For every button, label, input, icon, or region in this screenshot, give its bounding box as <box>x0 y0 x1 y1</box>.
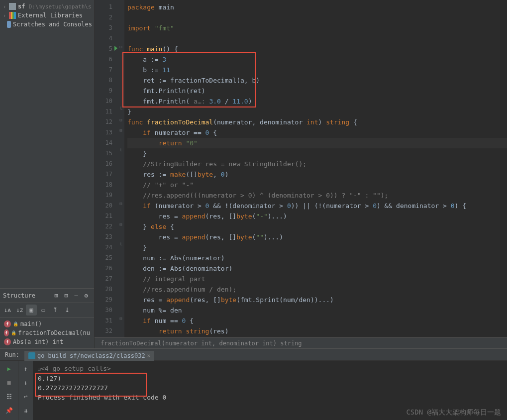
stop-button[interactable]: ■ <box>3 377 15 389</box>
wrap-icon[interactable]: ↩ <box>20 391 32 403</box>
line-number[interactable]: 24 <box>97 242 112 253</box>
run-label: Run: <box>0 351 24 358</box>
line-number[interactable]: 30 <box>97 305 112 315</box>
project-root[interactable]: › sf D:\mysetup\gopath\s <box>0 2 94 11</box>
struct-label: fractionToDecimal(nu <box>18 329 91 336</box>
run-tab[interactable]: go build sf/newclass2/class032 ✕ <box>24 351 154 361</box>
run-gutter-icon[interactable] <box>114 46 117 51</box>
line-number[interactable]: 5 <box>97 44 112 54</box>
sort-za-icon[interactable]: ↓ᴢ <box>14 305 25 315</box>
line-number[interactable]: 17 <box>97 169 112 180</box>
line-number[interactable]: 1 <box>97 2 112 12</box>
line-number[interactable]: 8 <box>97 75 112 86</box>
fold-icon[interactable]: ⊟ <box>117 42 124 52</box>
function-icon: f <box>4 329 9 336</box>
struct-item-main[interactable]: f 🔒 main() <box>0 319 94 328</box>
project-tree[interactable]: › sf D:\mysetup\gopath\s › External Libr… <box>0 0 94 31</box>
exit-message: Process finished with exit code 0 <box>38 393 502 402</box>
watermark: CSDN @福大大架构师每日一题 <box>406 408 501 417</box>
lock-icon: 🔒 <box>13 321 18 326</box>
fold-icon[interactable]: ⊟ <box>117 199 124 209</box>
pin-icon[interactable]: 📌 <box>3 405 15 417</box>
external-libs-label: External Libraries <box>18 12 83 19</box>
line-number[interactable]: 10 <box>97 96 112 106</box>
run-button[interactable]: ▶ <box>3 363 15 375</box>
run-tab-title: go build sf/newclass2/class032 <box>37 352 145 359</box>
console-line: 0.(27) <box>38 374 502 383</box>
down-icon[interactable]: ↓ <box>20 377 32 389</box>
console-output[interactable]: ⊞<4 go setup calls> 0.(27) 0.27272727272… <box>33 361 507 420</box>
structure-title: Structure <box>3 292 51 299</box>
line-number[interactable]: 9 <box>97 86 112 96</box>
filter-icon[interactable]: ▣ <box>26 305 37 315</box>
line-number[interactable]: 23 <box>97 232 112 242</box>
line-number[interactable]: 13 <box>97 127 112 138</box>
line-number[interactable]: 20 <box>97 201 112 211</box>
close-icon[interactable]: ✕ <box>147 352 151 359</box>
line-number[interactable]: 31 <box>97 315 112 326</box>
line-number[interactable]: 22 <box>97 221 112 232</box>
line-number[interactable]: 11 <box>97 106 112 117</box>
line-number[interactable]: 25 <box>97 253 112 263</box>
breadcrumb[interactable]: fractionToDecimal(numerator int, denomin… <box>95 337 507 348</box>
line-number[interactable]: 7 <box>97 65 112 75</box>
fold-icon[interactable]: ⊟ <box>117 115 124 125</box>
go-icon <box>28 352 35 359</box>
line-number[interactable]: 3 <box>97 23 112 33</box>
fold-icon[interactable]: ⊟ <box>117 219 124 230</box>
layout-icon[interactable]: ☷ <box>3 391 15 403</box>
line-number[interactable]: 19 <box>97 190 112 201</box>
scratches-consoles[interactable]: Scratches and Consoles <box>0 20 94 29</box>
external-libraries[interactable]: › External Libraries <box>0 11 94 20</box>
line-number[interactable]: 16 <box>97 159 112 169</box>
line-number[interactable]: 12 <box>97 117 112 127</box>
line-number[interactable]: 15 <box>97 148 112 159</box>
minimize-icon[interactable]: — <box>71 291 81 301</box>
line-gutter[interactable]: 1 2 3 4 5 6 7 8 9 10 11 12 13 14 15 16 1 <box>95 0 117 337</box>
chevron-right-icon: › <box>2 13 7 18</box>
struct-label: Abs(a int) int <box>13 338 63 345</box>
line-number[interactable]: 28 <box>97 284 112 295</box>
up-icon[interactable]: ↑ <box>20 363 32 375</box>
line-number[interactable]: 4 <box>97 33 112 44</box>
fold-end-icon[interactable]: └ <box>117 146 124 157</box>
gear-icon[interactable]: ⚙ <box>81 291 91 301</box>
line-number[interactable]: 26 <box>97 263 112 274</box>
lock-icon: 🔒 <box>11 330 16 335</box>
function-icon: f <box>4 338 11 345</box>
fold-icon[interactable]: ⊟ <box>117 125 124 136</box>
line-number[interactable]: 14 <box>97 138 112 148</box>
line-number[interactable]: 27 <box>97 274 112 284</box>
code-editor[interactable]: 1 2 3 4 5 6 7 8 9 10 11 12 13 14 15 16 1 <box>95 0 507 337</box>
line-number[interactable]: 32 <box>97 326 112 336</box>
struct-item-fractiontodecimal[interactable]: f 🔒 fractionToDecimal(nu <box>0 328 94 337</box>
line-number[interactable]: 18 <box>97 180 112 190</box>
folder-icon <box>9 3 16 10</box>
project-name: sf D:\mysetup\gopath\s <box>18 3 92 10</box>
line-number[interactable]: 6 <box>97 54 112 65</box>
autoscroll-icon[interactable]: ⤒ <box>50 305 61 315</box>
console-line: 0.2727272727272727 <box>38 383 502 393</box>
struct-item-abs[interactable]: f Abs(a int) int <box>0 337 94 346</box>
show-icon[interactable]: ▭ <box>38 305 49 315</box>
scroll-icon[interactable]: ⇊ <box>20 405 32 417</box>
chevron-right-icon: › <box>2 4 7 9</box>
function-icon: f <box>4 320 11 327</box>
line-number[interactable]: 29 <box>97 295 112 305</box>
scratch-icon <box>7 21 11 28</box>
scratches-label: Scratches and Consoles <box>13 21 92 28</box>
expand-icon[interactable]: ⊞ <box>51 291 61 301</box>
run-panel: Run: go build sf/newclass2/class032 ✕ ▶ … <box>0 348 507 420</box>
autoscroll-from-icon[interactable]: ⤓ <box>62 305 73 315</box>
sort-az-icon[interactable]: ↓ᴀ <box>2 305 13 315</box>
structure-panel: Structure ⊞ ⊟ — ⚙ ↓ᴀ ↓ᴢ ▣ ▭ ⤒ ⤓ f <box>0 288 94 348</box>
collapse-icon[interactable]: ⊟ <box>61 291 71 301</box>
fold-end-icon[interactable]: └ <box>117 105 124 115</box>
line-number[interactable]: 21 <box>97 211 112 221</box>
setup-calls: <4 go setup calls> <box>41 365 111 372</box>
fold-end-icon[interactable]: └ <box>117 240 124 251</box>
code-content[interactable]: package main import "fmt" func main() { … <box>124 0 507 337</box>
struct-label: main() <box>20 320 42 327</box>
fold-icon[interactable]: ⊟ <box>117 314 124 324</box>
line-number[interactable]: 2 <box>97 12 112 23</box>
